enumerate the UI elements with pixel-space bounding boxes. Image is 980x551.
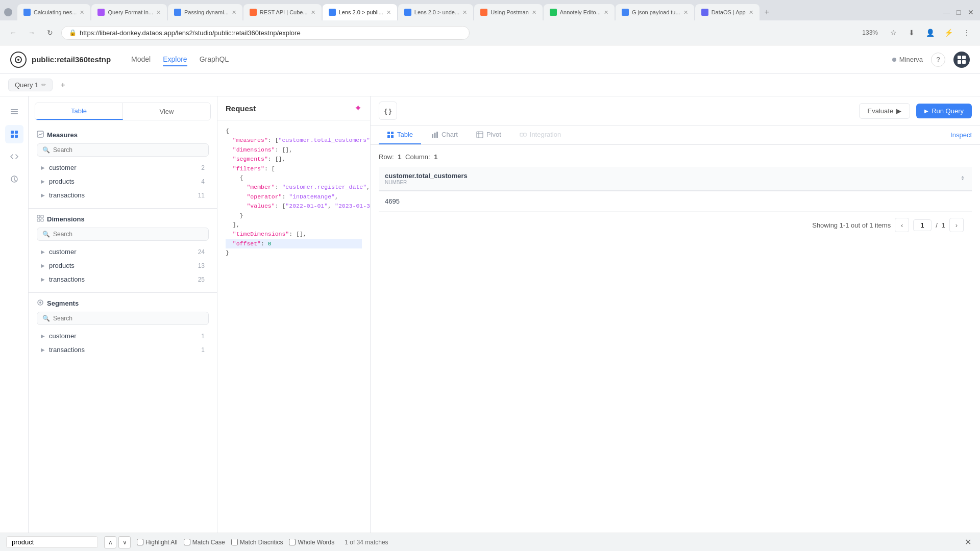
extensions-button[interactable]: ⚡ [941,26,955,40]
tab-close-10[interactable]: ✕ [749,9,753,16]
result-column-header: customer.total_customers NUMBER [379,167,953,191]
tab-close-7[interactable]: ✕ [532,9,536,16]
match-diacritics-option[interactable]: Match Diacritics [231,539,283,546]
download-button[interactable]: ⬇ [904,26,919,40]
avatar[interactable] [953,52,970,68]
browser-tab-1[interactable]: Calculating nes... ✕ [17,4,90,20]
result-sort-header[interactable] [953,167,972,191]
segments-customer-item[interactable]: ▶ customer 1 [37,329,209,343]
next-page-button[interactable]: › [949,218,964,232]
highlight-all-checkbox[interactable] [137,539,143,545]
query-tab-edit-icon[interactable]: ✏ [41,82,46,88]
tab-close-9[interactable]: ✕ [683,9,688,16]
query-tab-1[interactable]: Query 1 ✏ [8,79,53,91]
measures-products-item[interactable]: ▶ products 4 [37,174,209,188]
minimize-button[interactable]: — [941,7,951,17]
address-bar[interactable]: 🔒 https://liberal-donkey.dataos.app/lens… [61,26,470,40]
browser-tab-3[interactable]: Passing dynami... ✕ [168,4,242,20]
tab-close-4[interactable]: ✕ [311,9,315,16]
tab-close-2[interactable]: ✕ [156,9,161,16]
browser-tab-7[interactable]: Using Postman ✕ [474,4,543,20]
result-tab-chart[interactable]: Chart [423,126,466,144]
measures-search-input[interactable] [53,146,203,154]
segments-search-input[interactable] [53,315,203,322]
measures-section: Measures 🔍 ▶ customer 2 ▶ products 4 ▶ t… [29,127,217,206]
find-next-button[interactable]: ∨ [118,536,131,548]
dimensions-search[interactable]: 🔍 [37,228,209,241]
back-button[interactable]: ← [6,26,20,40]
sidebar-icon-history[interactable] [5,170,23,188]
table-results: Row: 1 Column: 1 customer.total_customer… [371,145,980,551]
list-view-button[interactable]: View [123,103,210,120]
find-count: 1 of 34 matches [345,539,388,546]
find-close-button[interactable]: ✕ [962,536,974,548]
close-button[interactable]: ✕ [966,7,976,17]
svg-rect-2 [958,56,961,59]
whole-words-option[interactable]: Whole Words [289,539,334,546]
nav-tab-explore[interactable]: Explore [163,53,187,66]
profile-button[interactable]: 👤 [923,26,937,40]
view-toggle: Table View [35,103,211,120]
json-button[interactable]: { } [379,102,397,120]
find-search-input[interactable] [12,538,73,546]
maximize-button[interactable]: □ [953,7,964,17]
dimensions-search-input[interactable] [53,231,203,238]
tab-close-1[interactable]: ✕ [80,9,84,16]
tab-close-8[interactable]: ✕ [604,9,608,16]
result-tab-pivot[interactable]: Pivot [468,126,509,144]
segments-transactions-item[interactable]: ▶ transactions 1 [37,343,209,357]
browser-tab-4[interactable]: REST API | Cube... ✕ [243,4,322,20]
bookmark-button[interactable]: ☆ [886,26,900,40]
whole-words-checkbox[interactable] [289,539,296,545]
tab-close-3[interactable]: ✕ [232,9,236,16]
prev-page-button[interactable]: ‹ [895,218,909,232]
measures-products-label: products [49,178,201,185]
tab-close-5[interactable]: ✕ [386,9,391,16]
measures-customer-item[interactable]: ▶ customer 2 [37,161,209,174]
table-view-button[interactable]: Table [35,103,123,120]
page-separator: / [936,221,938,229]
lock-icon: 🔒 [69,29,77,36]
svg-rect-5 [962,60,966,64]
nav-tab-graphql[interactable]: GraphQL [200,53,229,66]
match-case-option[interactable]: Match Case [184,539,225,546]
dimensions-transactions-item[interactable]: ▶ transactions 25 [37,272,209,286]
refresh-button[interactable]: ↻ [43,26,57,40]
page-number-input[interactable] [913,219,932,231]
find-prev-button[interactable]: ∧ [104,536,116,548]
segments-search[interactable]: 🔍 [37,312,209,325]
nav-tab-model[interactable]: Model [131,53,151,66]
code-line-3: "dimensions": [], [226,145,362,155]
match-diacritics-checkbox[interactable] [231,539,238,545]
browser-tab-10[interactable]: DataOS | App ✕ [695,4,760,20]
measures-transactions-item[interactable]: ▶ transactions 11 [37,188,209,202]
match-case-checkbox[interactable] [184,539,190,545]
inspect-link[interactable]: Inspect [950,131,972,139]
more-button[interactable]: ⋮ [960,26,974,40]
help-button[interactable]: ? [931,53,945,67]
dimensions-products-item[interactable]: ▶ products 13 [37,259,209,272]
measures-search[interactable]: 🔍 [37,143,209,157]
nav-tabs: Model Explore GraphQL [131,53,229,66]
browser-tab-5[interactable]: Lens 2.0 > publi... ✕ [323,4,397,20]
highlight-all-option[interactable]: Highlight All [137,539,178,546]
sidebar-icon-menu[interactable] [5,103,23,121]
tab-close-6[interactable]: ✕ [462,9,467,16]
add-query-button[interactable]: + [57,79,69,91]
sidebar-icon-code[interactable] [5,147,23,166]
svg-rect-26 [436,132,438,138]
run-query-button[interactable]: ▶ Run Query [916,104,972,118]
pagination-text: Showing 1-1 out of 1 items [812,221,891,229]
sidebar-icon-table[interactable] [5,125,23,143]
find-input-container [6,536,98,548]
browser-tab-9[interactable]: G json payload tu... ✕ [616,4,694,20]
new-tab-button[interactable]: + [761,6,773,19]
browser-tab-6[interactable]: Lens 2.0 > unde... ✕ [398,4,473,20]
left-panel: Table View Measures 🔍 ▶ customer [29,96,217,551]
browser-tab-8[interactable]: Annotely Edito... ✕ [544,4,615,20]
result-tab-table[interactable]: Table [379,126,421,144]
forward-button[interactable]: → [24,26,39,40]
evaluate-button[interactable]: Evaluate ▶ [859,103,911,119]
dimensions-customer-item[interactable]: ▶ customer 24 [37,245,209,259]
browser-tab-2[interactable]: Query Format in... ✕ [91,4,167,20]
